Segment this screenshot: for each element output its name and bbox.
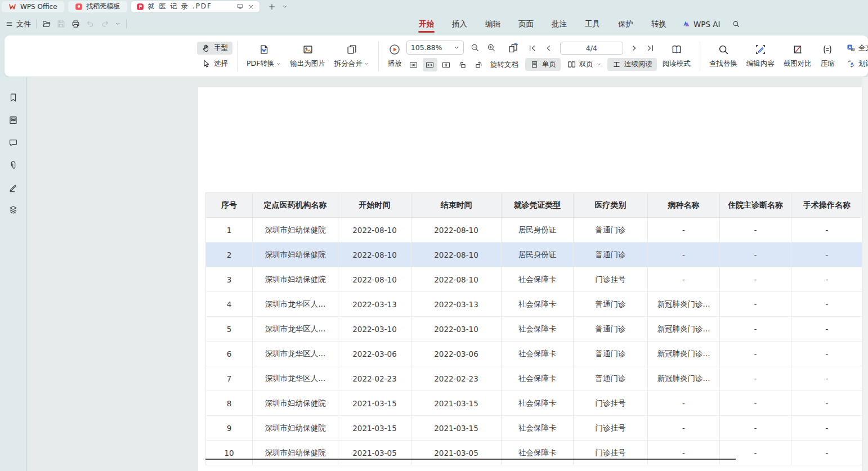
rotate-document-button[interactable]: 旋转文档 xyxy=(488,60,521,70)
fit-width-button[interactable] xyxy=(423,58,437,71)
table-cell: - xyxy=(720,243,791,267)
table-cell: - xyxy=(648,391,720,416)
close-tab-icon[interactable] xyxy=(248,3,254,10)
table-cell: 普通门诊 xyxy=(574,317,648,342)
full-text-translate-button[interactable]: 全文翻译 xyxy=(842,42,868,55)
chevron-down-icon xyxy=(276,61,281,66)
zoom-in-button[interactable] xyxy=(484,41,499,55)
pdf-convert-button[interactable]: PDF转换 xyxy=(242,43,285,69)
tab-list-chevron-icon[interactable] xyxy=(281,3,288,10)
previous-page-button[interactable] xyxy=(542,41,556,55)
rotate-left-button[interactable] xyxy=(455,58,470,71)
comments-panel-button[interactable] xyxy=(8,137,19,148)
play-button[interactable]: 播放 xyxy=(383,43,406,69)
table-cell: - xyxy=(720,416,791,441)
table-cell: 门诊挂号 xyxy=(574,267,648,292)
open-file-icon[interactable] xyxy=(42,19,51,29)
compress-button[interactable]: 压缩 xyxy=(816,43,839,69)
table-cell: - xyxy=(791,342,863,366)
wps-ai-button[interactable]: WPS AI xyxy=(675,13,727,35)
last-page-button[interactable] xyxy=(643,41,658,55)
table-cell: 1 xyxy=(206,218,253,243)
file-menu-label: 文件 xyxy=(16,19,31,29)
wps-ai-logo-icon xyxy=(682,20,691,28)
full-text-translate-icon xyxy=(846,43,856,53)
thumbnails-panel-button[interactable] xyxy=(8,115,19,125)
document-viewport[interactable]: 序号定点医药机构名称开始时间结束时间就诊凭证类型医疗类别病种名称住院主诊断名称手… xyxy=(28,77,868,471)
compress-icon xyxy=(821,43,834,56)
redo-icon[interactable] xyxy=(100,19,110,29)
fit-page-icon xyxy=(441,60,451,70)
menu-tab-page[interactable]: 页面 xyxy=(509,13,543,35)
menu-tab-home[interactable]: 开始 xyxy=(410,13,443,35)
rotate-right-button[interactable] xyxy=(472,58,486,71)
table-cell: 社会保障卡 xyxy=(502,391,574,416)
actual-size-button[interactable] xyxy=(406,58,421,71)
fit-page-button[interactable] xyxy=(439,58,454,71)
undo-icon[interactable] xyxy=(86,19,95,29)
pdf-page: 序号定点医药机构名称开始时间结束时间就诊凭证类型医疗类别病种名称住院主诊断名称手… xyxy=(198,87,862,471)
zoom-value: 105.88% xyxy=(411,43,442,52)
bookmark-panel-button[interactable] xyxy=(8,92,19,103)
single-page-button[interactable]: 单页 xyxy=(525,58,561,71)
search-icon xyxy=(732,20,740,28)
menu-tab-tools[interactable]: 工具 xyxy=(576,13,609,35)
menu-search-button[interactable] xyxy=(727,13,745,35)
next-page-button[interactable] xyxy=(627,41,642,55)
menu-tab-edit[interactable]: 编辑 xyxy=(476,13,509,35)
pdf-file-icon xyxy=(136,3,144,11)
monitor-icon[interactable] xyxy=(236,3,244,10)
table-cell: 深圳市妇幼保健院 xyxy=(253,391,338,416)
table-cell: 社会保障卡 xyxy=(502,292,574,317)
table-cell: 深圳市妇幼保健院 xyxy=(253,243,338,267)
swap-pages-button[interactable] xyxy=(506,41,521,55)
continuous-read-button[interactable]: 连续阅读 xyxy=(607,58,657,71)
split-merge-button[interactable]: 拆分合并 xyxy=(330,43,374,69)
save-icon[interactable] xyxy=(56,19,66,29)
menu-tab-convert[interactable]: 转换 xyxy=(642,13,675,35)
word-translate-button[interactable]: 划词翻译 xyxy=(842,57,868,70)
table-cell: 新冠肺炎门诊... xyxy=(648,317,720,342)
file-menu-button[interactable]: 文件 xyxy=(6,19,31,29)
page-number-input[interactable]: 4/4 xyxy=(560,42,623,55)
tab-wps-office[interactable]: WPS Office xyxy=(2,1,64,12)
zoom-level-select[interactable]: 105.88% xyxy=(406,41,464,55)
menu-tab-comment[interactable]: 批注 xyxy=(543,13,576,35)
vertical-scrollbar[interactable] xyxy=(862,77,868,471)
read-mode-button[interactable]: 阅读模式 xyxy=(658,43,695,69)
comment-icon xyxy=(8,137,19,148)
attachments-panel-button[interactable] xyxy=(8,160,19,171)
table-cell: 深圳市妇幼保健院 xyxy=(253,267,338,292)
first-page-button[interactable] xyxy=(525,41,540,55)
book-icon xyxy=(670,43,683,56)
table-cell: 居民身份证 xyxy=(502,243,574,267)
edit-content-button[interactable]: 编辑内容 xyxy=(742,43,779,69)
tab-document[interactable]: 就 医 记 录 .PDF xyxy=(131,1,259,12)
quickbar-chevron-icon[interactable] xyxy=(115,21,121,27)
export-as-image-button[interactable]: 输出为图片 xyxy=(285,43,330,69)
select-tool-button[interactable]: 选择 xyxy=(197,57,232,70)
snapshot-compare-button[interactable]: 截图对比 xyxy=(779,43,816,69)
zoom-out-button[interactable] xyxy=(468,41,482,55)
table-cell: - xyxy=(791,416,863,441)
table-row: 9深圳市妇幼保健院2021-03-152021-03-15社会保障卡门诊挂号--… xyxy=(206,416,863,441)
table-cell: - xyxy=(720,218,791,243)
table-cell: 普通门诊 xyxy=(574,243,648,267)
signature-panel-button[interactable] xyxy=(8,182,19,193)
find-replace-button[interactable]: 查找替换 xyxy=(705,43,742,69)
table-cell: 深圳市龙华区人... xyxy=(253,292,338,317)
print-icon[interactable] xyxy=(71,19,80,29)
divider xyxy=(378,41,379,71)
table-cell: - xyxy=(791,267,863,292)
table-cell: 门诊挂号 xyxy=(574,416,648,441)
menu-tab-protect[interactable]: 保护 xyxy=(609,13,642,35)
tab-docer-templates[interactable]: 找稻壳模板 xyxy=(68,1,127,12)
new-tab-icon[interactable] xyxy=(268,3,276,11)
double-page-button[interactable]: 双页 xyxy=(562,58,606,71)
layers-panel-button[interactable] xyxy=(8,205,19,216)
menu-tab-insert[interactable]: 插入 xyxy=(443,13,476,35)
table-bottom-rule xyxy=(205,459,736,460)
thumbnails-icon xyxy=(8,115,19,125)
hand-tool-button[interactable]: 手型 xyxy=(197,42,232,55)
pdf-convert-icon xyxy=(258,43,270,56)
